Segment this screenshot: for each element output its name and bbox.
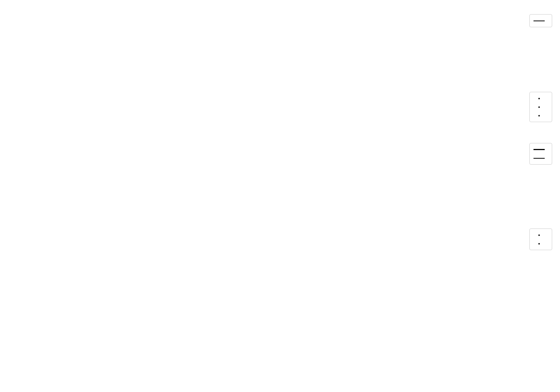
ok-dot-wrap <box>533 115 545 116</box>
legend-row-mag-obsid <box>533 145 548 154</box>
legend-row-mag-agasc <box>533 16 548 25</box>
not-ok-dot-wrap <box>533 98 545 99</box>
legend-row-highlighted <box>533 231 548 239</box>
plots-canvas <box>0 0 560 392</box>
legend-row-highlighted <box>533 103 548 111</box>
mag-obsid-line-swatch <box>533 149 545 150</box>
highlighted-dot-wrap <box>533 106 545 108</box>
legend-row-ok <box>533 239 548 248</box>
legend-ax1-markers <box>529 92 552 122</box>
ok-dot-wrap <box>533 243 545 245</box>
highlighted-dot-icon <box>538 106 540 108</box>
legend-ax2-markers <box>529 228 552 250</box>
mag-agasc-line-swatch-wrap <box>533 21 545 21</box>
matplotlib-figure <box>0 0 560 392</box>
highlighted-dot-wrap <box>533 234 545 236</box>
legend-ax1-magagasc <box>529 14 552 27</box>
highlighted-dot-icon <box>538 234 540 236</box>
legend-row-ok <box>533 111 548 120</box>
legend-ax2-lines <box>529 143 552 165</box>
ok-dot-icon <box>538 243 540 245</box>
legend-row-not-ok <box>533 94 548 103</box>
mag-line-swatch <box>533 158 545 159</box>
mag-line-swatch-wrap <box>533 158 545 159</box>
ok-dot-icon <box>538 115 540 116</box>
mag-agasc-line-swatch <box>533 21 545 21</box>
not-ok-dot-icon <box>538 98 540 99</box>
mag-obsid-line-swatch-wrap <box>533 149 545 150</box>
legend-row-mag <box>533 154 548 162</box>
